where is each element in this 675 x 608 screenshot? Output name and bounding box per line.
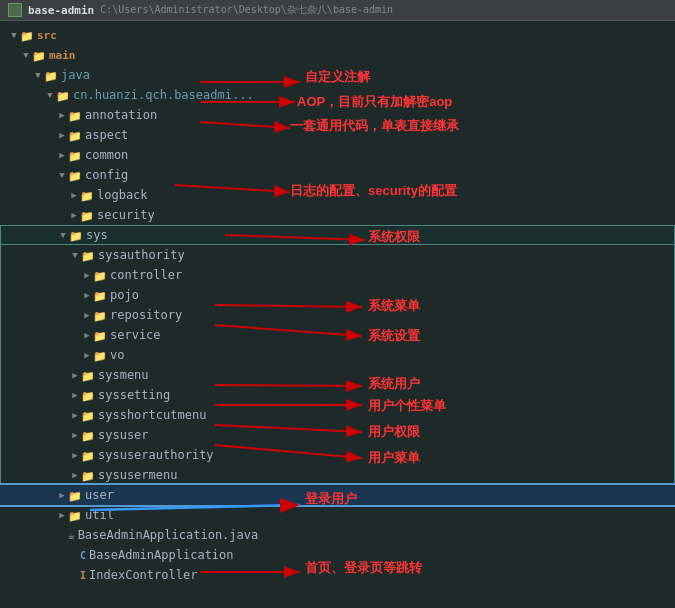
tree-container: ▼ src ▼ main ▼ java ▼ cn.huanzi.qch.base… — [0, 21, 675, 605]
tree-item-sysuserauthority[interactable]: ▶ sysuserauthority — [0, 445, 675, 465]
tree-item-sysauthority[interactable]: ▼ sysauthority — [0, 245, 675, 265]
tree-item-sys[interactable]: ▼ sys — [0, 225, 675, 245]
tree-item-main[interactable]: ▼ main — [0, 45, 675, 65]
tree-item-controller[interactable]: ▶ controller — [0, 265, 675, 285]
title-bar: base-admin C:\Users\Administrator\Deskto… — [0, 0, 675, 21]
tree-item-config[interactable]: ▼ config — [0, 165, 675, 185]
tree-item-vo[interactable]: ▶ vo — [0, 345, 675, 365]
project-name: base-admin — [28, 4, 94, 17]
title-path: C:\Users\Administrator\Desktop\杂七杂八\base… — [100, 3, 393, 17]
tree-item-pojo[interactable]: ▶ pojo — [0, 285, 675, 305]
tree-item-user[interactable]: ▶ user — [0, 485, 675, 505]
tree-item-src[interactable]: ▼ src — [0, 25, 675, 45]
tree-item-util[interactable]: ▶ util — [0, 505, 675, 525]
tree-item-logback[interactable]: ▶ logback — [0, 185, 675, 205]
title-icon — [8, 3, 22, 17]
tree-item-java[interactable]: ▼ java — [0, 65, 675, 85]
tree-item-syssetting[interactable]: ▶ syssetting — [0, 385, 675, 405]
tree-item-common[interactable]: ▶ common — [0, 145, 675, 165]
tree-item-indexcontroller[interactable]: I IndexController — [0, 565, 675, 585]
tree-item-sysuser[interactable]: ▶ sysuser — [0, 425, 675, 445]
tree-item-sysmenu[interactable]: ▶ sysmenu — [0, 365, 675, 385]
tree-item-annotation[interactable]: ▶ annotation — [0, 105, 675, 125]
tree-item-baseadminapplication-class[interactable]: C BaseAdminApplication — [0, 545, 675, 565]
tree-item-repository[interactable]: ▶ repository — [0, 305, 675, 325]
tree-item-package[interactable]: ▼ cn.huanzi.qch.baseadmi... — [0, 85, 675, 105]
tree-item-service[interactable]: ▶ service — [0, 325, 675, 345]
tree-item-baseadminapplication-java[interactable]: ☕ BaseAdminApplication.java — [0, 525, 675, 545]
tree-item-aspect[interactable]: ▶ aspect — [0, 125, 675, 145]
tree-item-security[interactable]: ▶ security — [0, 205, 675, 225]
tree-item-sysusermenu[interactable]: ▶ sysusermenu — [0, 465, 675, 485]
tree-item-sysshortcutmenu[interactable]: ▶ sysshortcutmenu — [0, 405, 675, 425]
